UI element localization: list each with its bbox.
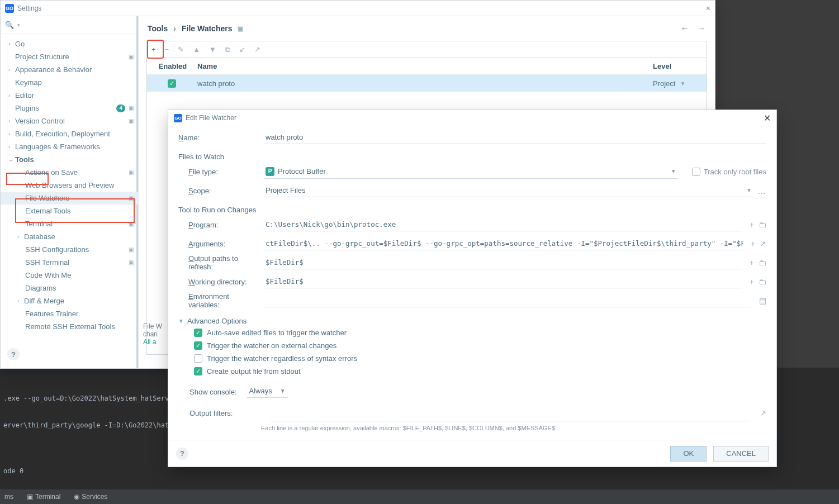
watchers-toolbar: + − ✎ ▲ ▼ ⧉ ↙ ↗ xyxy=(146,41,707,58)
tree-ssh-config[interactable]: SSH Configurations▣ xyxy=(1,243,138,256)
output-paths-input[interactable]: $FileDir$ xyxy=(264,256,742,269)
chevron-down-icon: ▼ xyxy=(671,168,676,174)
crumb-tools[interactable]: Tools xyxy=(148,24,168,33)
crumb-file-watchers: File Watchers xyxy=(182,24,233,33)
checkbox-checked-icon: ✓ xyxy=(194,329,202,337)
bottom-bar-item[interactable]: ms xyxy=(4,493,13,501)
browse-folder-icon[interactable]: 🗀 xyxy=(759,277,766,286)
arguments-input[interactable]: ctFileDir$\.. --go-grpc_out=$FileDir$ --… xyxy=(264,237,743,250)
cb-syntax-errors[interactable]: Trigger the watcher regardless of syntax… xyxy=(178,352,766,365)
table-row[interactable]: ✓ watch proto Project ▼ xyxy=(147,75,707,92)
insert-macro-icon[interactable]: + xyxy=(750,277,754,286)
advanced-options-toggle[interactable]: ▼ Advanced Options xyxy=(178,317,766,325)
tree-actions-on-save[interactable]: Actions on Save▣ xyxy=(1,166,138,179)
files-to-watch-heading: Files to Watch xyxy=(178,153,766,161)
settings-titlebar: GO Settings × xyxy=(1,1,715,16)
protocol-buffer-icon: P xyxy=(266,167,274,176)
list-icon[interactable]: ▤ xyxy=(759,296,766,305)
export-button[interactable]: ↗ xyxy=(254,45,260,54)
scope-marker-icon: ▣ xyxy=(238,25,243,32)
browse-folder-icon[interactable]: 🗀 xyxy=(759,220,766,229)
tree-diff-merge[interactable]: ›Diff & Merge xyxy=(1,294,138,307)
close-icon[interactable]: × xyxy=(706,4,710,13)
nav-back-icon[interactable]: ← xyxy=(680,23,689,34)
scope-edit-button[interactable]: … xyxy=(757,186,766,196)
tree-languages[interactable]: ›Languages & Frameworks xyxy=(1,140,138,153)
modal-titlebar: GO Edit File Watcher ✕ xyxy=(168,110,776,126)
chevron-down-icon: ▼ xyxy=(178,318,184,324)
go-app-icon: GO xyxy=(5,4,14,13)
checkbox-checked-icon: ✓ xyxy=(194,341,202,350)
output-filters-input[interactable] xyxy=(270,409,750,421)
env-vars-input[interactable] xyxy=(264,294,751,307)
tree-features-trainer[interactable]: Features Trainer xyxy=(1,307,138,320)
tree-diagrams[interactable]: Diagrams xyxy=(1,282,138,294)
expand-icon[interactable]: ↗ xyxy=(760,239,766,248)
settings-left-panel: 🔍 ▾ ›Go Project Structure▣ ›Appearance &… xyxy=(1,16,139,368)
help-icon[interactable]: ? xyxy=(176,448,188,460)
tree-ssh-terminal[interactable]: SSH Terminal▣ xyxy=(1,256,138,269)
name-input[interactable]: watch proto xyxy=(264,131,766,144)
tree-file-watchers[interactable]: File Watchers▣ xyxy=(1,192,138,205)
move-down-button[interactable]: ▼ xyxy=(209,45,216,54)
table-header: Enabled Name Level xyxy=(147,58,707,75)
tree-external-tools[interactable]: External Tools xyxy=(1,205,138,217)
close-icon[interactable]: ✕ xyxy=(764,113,771,123)
settings-search[interactable]: 🔍 ▾ xyxy=(1,16,138,34)
truncated-hint: File W chan All a xyxy=(143,322,162,346)
insert-macro-icon[interactable]: + xyxy=(751,239,755,248)
tree-editor[interactable]: ›Editor xyxy=(1,89,138,102)
program-label: Program: xyxy=(178,221,260,229)
program-input[interactable]: C:\Users\Nick\go\bin\protoc.exe xyxy=(264,218,742,231)
tree-plugins[interactable]: Plugins4▣ xyxy=(1,102,138,115)
bottom-bar-services[interactable]: ◉ Services xyxy=(74,493,107,501)
chevron-down-icon: ▾ xyxy=(17,22,20,28)
chevron-down-icon: ▼ xyxy=(280,388,286,394)
edit-button[interactable]: ✎ xyxy=(178,45,184,54)
scope-select[interactable]: Project Files ▼ xyxy=(264,184,753,197)
tree-version-control[interactable]: ›Version Control▣ xyxy=(1,115,138,127)
breadcrumb: Tools › File Watchers ▣ ← → xyxy=(139,16,715,41)
help-icon[interactable]: ? xyxy=(7,348,20,360)
tree-keymap[interactable]: Keymap xyxy=(1,76,138,89)
tree-tools[interactable]: ⌄Tools xyxy=(1,153,138,166)
macro-hint: Each line is a regular expression, avail… xyxy=(178,421,766,431)
nav-forward-icon: → xyxy=(697,23,706,34)
checkbox-enabled[interactable]: ✓ xyxy=(168,79,176,88)
copy-button[interactable]: ⧉ xyxy=(225,45,230,54)
ide-bottom-bar: ms ▣ Terminal ◉ Services xyxy=(0,489,839,504)
tree-build[interactable]: ›Build, Execution, Deployment xyxy=(1,127,138,140)
tree-database[interactable]: ›Database xyxy=(1,230,138,243)
cancel-button[interactable]: CANCEL xyxy=(713,446,769,462)
chevron-down-icon: ▼ xyxy=(746,187,752,193)
tree-web-browsers[interactable]: Web Browsers and Preview xyxy=(1,179,138,192)
output-filters-label: Output filters: xyxy=(189,409,260,417)
file-type-select[interactable]: P Protocol Buffer ▼ xyxy=(264,165,677,179)
insert-macro-icon[interactable]: + xyxy=(750,220,754,229)
tree-remote-ssh[interactable]: Remote SSH External Tools xyxy=(1,320,138,333)
browse-folder-icon[interactable]: 🗀 xyxy=(759,258,766,267)
ok-button[interactable]: OK xyxy=(670,446,707,462)
env-vars-label: Environment variables: xyxy=(178,292,260,309)
cell-level[interactable]: Project ▼ xyxy=(653,79,707,88)
move-up-button[interactable]: ▲ xyxy=(193,45,200,54)
working-dir-input[interactable]: $FileDir$ xyxy=(264,275,742,288)
tree-project-structure[interactable]: Project Structure▣ xyxy=(1,50,138,63)
show-console-select[interactable]: Always ▼ xyxy=(247,386,288,398)
cb-autosave[interactable]: ✓Auto-save edited files to trigger the w… xyxy=(178,326,766,339)
tree-terminal[interactable]: Terminal▣ xyxy=(1,217,138,230)
remove-button[interactable]: − xyxy=(165,45,169,54)
cb-external-changes[interactable]: ✓Trigger the watcher on external changes xyxy=(178,339,766,352)
tree-go[interactable]: ›Go xyxy=(1,37,138,50)
tree-appearance[interactable]: ›Appearance & Behavior xyxy=(1,63,138,76)
expand-icon[interactable]: ↗ xyxy=(760,409,766,417)
insert-macro-icon[interactable]: + xyxy=(750,258,754,267)
modal-footer: ? OK CANCEL xyxy=(168,440,776,467)
import-button[interactable]: ↙ xyxy=(239,45,245,54)
track-only-root-checkbox[interactable]: Track only root files xyxy=(692,168,766,176)
col-enabled: Enabled xyxy=(147,62,196,70)
cb-create-output[interactable]: ✓Create output file from stdout xyxy=(178,365,766,378)
bottom-bar-terminal[interactable]: ▣ Terminal xyxy=(27,493,60,501)
tree-code-with-me[interactable]: Code With Me xyxy=(1,269,138,282)
checkbox-unchecked-icon xyxy=(194,354,202,363)
